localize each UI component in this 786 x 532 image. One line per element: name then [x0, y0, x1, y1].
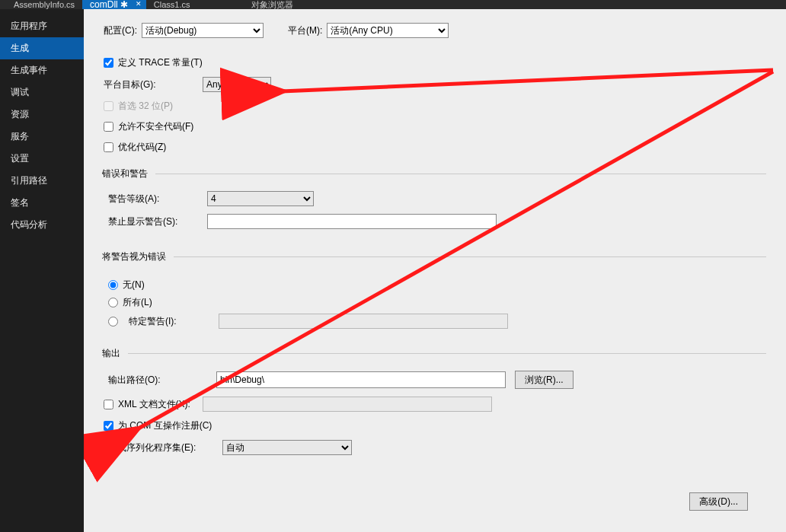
allow-unsafe-label: 允许不安全代码(F)	[118, 120, 193, 133]
platform-label: 平台(M):	[288, 24, 322, 37]
optimize-code-checkbox[interactable]: 优化代码(Z)	[104, 141, 166, 154]
com-register-checkbox[interactable]: 为 COM 互操作注册(C)	[104, 419, 212, 432]
optimize-code-input[interactable]	[104, 142, 113, 152]
sidebar-item-settings[interactable]: 设置	[0, 148, 84, 170]
allow-unsafe-input[interactable]	[104, 122, 113, 132]
treat-specific-input[interactable]	[108, 317, 118, 327]
suppress-warnings-input[interactable]	[207, 214, 497, 229]
prefer-32bit-label: 首选 32 位(P)	[118, 100, 173, 113]
tab-comdll[interactable]: comDll ✱	[82, 0, 146, 9]
treat-specific-radio[interactable]: 特定警告(I):	[108, 314, 766, 329]
errors-warnings-group: 错误和警告 警告等级(A): 4 禁止显示警告(S):	[104, 167, 766, 237]
prefer-32bit-checkbox: 首选 32 位(P)	[104, 100, 173, 113]
sidebar-item-build[interactable]: 生成	[0, 37, 84, 59]
define-trace-label: 定义 TRACE 常量(T)	[118, 56, 203, 69]
platform-target-label: 平台目标(G):	[104, 78, 203, 91]
sidebar-item-services[interactable]: 服务	[0, 126, 84, 148]
modified-star-icon: ✱	[120, 0, 128, 9]
tab-object-browser[interactable]: 对象浏览器	[244, 0, 301, 9]
treat-all-label: 所有(L)	[123, 296, 152, 309]
output-path-label: 输出路径(O):	[108, 374, 207, 387]
sidebar-item-build-events[interactable]: 生成事件	[0, 59, 84, 81]
tab-comdll-label: comDll	[90, 0, 118, 9]
optimize-code-label: 优化代码(Z)	[118, 141, 166, 154]
warning-level-select[interactable]: 4	[207, 191, 314, 206]
treat-warnings-legend: 将警告视为错误	[102, 250, 174, 263]
com-register-label: 为 COM 互操作注册(C)	[118, 419, 212, 432]
output-legend: 输出	[102, 347, 128, 360]
browse-button[interactable]: 浏览(R)...	[515, 371, 574, 389]
sidebar-item-reference-paths[interactable]: 引用路径	[0, 170, 84, 192]
configuration-select[interactable]: 活动(Debug)	[142, 23, 264, 38]
build-page: 配置(C): 活动(Debug) 平台(M): 活动(Any CPU) 定义 T…	[84, 9, 786, 532]
project-settings-sidebar: 应用程序 生成 生成事件 调试 资源 服务 设置 引用路径 签名 代码分析	[0, 9, 84, 532]
configuration-label: 配置(C):	[104, 24, 137, 37]
treat-none-radio[interactable]: 无(N)	[108, 279, 766, 291]
suppress-warnings-label: 禁止显示警告(S):	[108, 215, 207, 228]
config-platform-row: 配置(C): 活动(Debug) 平台(M): 活动(Any CPU)	[104, 23, 766, 38]
output-path-input[interactable]	[216, 371, 506, 388]
platform-target-select[interactable]: Any CPU	[203, 77, 271, 92]
tab-class1[interactable]: Class1.cs	[146, 0, 198, 9]
define-trace-input[interactable]	[104, 58, 113, 68]
treat-specific-label: 特定警告(I):	[129, 315, 212, 328]
treat-all-input[interactable]	[108, 298, 118, 307]
treat-all-radio[interactable]: 所有(L)	[108, 296, 766, 309]
treat-specific-textbox-disabled	[219, 314, 508, 329]
errors-warnings-legend: 错误和警告	[102, 167, 155, 180]
prefer-32bit-input	[104, 101, 113, 111]
output-group: 输出 输出路径(O): 浏览(R)... XML 文档文件(X):	[104, 347, 766, 463]
sidebar-item-code-analysis[interactable]: 代码分析	[0, 214, 84, 236]
xml-doc-input[interactable]	[104, 400, 113, 409]
xml-doc-path-disabled	[203, 397, 492, 412]
com-register-input[interactable]	[104, 421, 113, 431]
sidebar-item-application[interactable]: 应用程序	[0, 15, 84, 37]
advanced-button[interactable]: 高级(D)...	[689, 492, 748, 511]
tab-assemblyinfo[interactable]: AssemblyInfo.cs	[6, 0, 82, 9]
treat-none-input[interactable]	[108, 280, 118, 290]
treat-none-label: 无(N)	[123, 279, 145, 291]
define-trace-checkbox[interactable]: 定义 TRACE 常量(T)	[104, 56, 203, 69]
warning-level-label: 警告等级(A):	[108, 193, 207, 205]
sidebar-item-debug[interactable]: 调试	[0, 81, 84, 104]
sidebar-item-signing[interactable]: 签名	[0, 192, 84, 214]
treat-warnings-group: 将警告视为错误 无(N) 所有(L) 特定警告(I):	[104, 250, 766, 333]
editor-tab-bar: AssemblyInfo.cs comDll ✱ Class1.cs 对象浏览器	[0, 0, 786, 9]
allow-unsafe-checkbox[interactable]: 允许不安全代码(F)	[104, 120, 193, 133]
xml-doc-checkbox[interactable]: XML 文档文件(X):	[104, 398, 203, 411]
platform-select[interactable]: 活动(Any CPU)	[327, 23, 449, 38]
sidebar-item-resources[interactable]: 资源	[0, 104, 84, 126]
serialization-select[interactable]: 自动	[222, 440, 352, 455]
xml-doc-label: XML 文档文件(X):	[118, 398, 190, 411]
serialization-label: 生成序列化程序集(E):	[108, 441, 222, 454]
